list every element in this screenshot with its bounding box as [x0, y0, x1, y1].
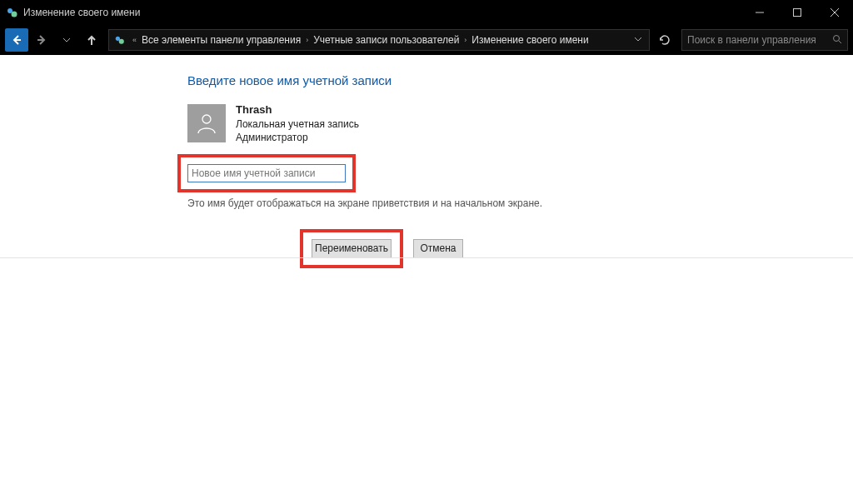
svg-point-13	[202, 115, 211, 123]
svg-line-12	[839, 41, 841, 43]
rename-button[interactable]: Переименовать	[312, 239, 392, 258]
breadcrumb-item[interactable]: Изменение своего имени	[471, 34, 588, 46]
annotation-highlight: Переименовать	[300, 229, 403, 268]
search-placeholder: Поиск в панели управления	[687, 34, 816, 46]
up-button[interactable]	[80, 28, 103, 52]
control-panel-icon	[5, 5, 20, 20]
forward-button[interactable]	[30, 28, 53, 52]
chevron-down-icon[interactable]	[631, 35, 646, 45]
chevron-right-icon: ›	[461, 36, 470, 44]
new-name-input[interactable]	[187, 164, 346, 182]
avatar	[187, 104, 226, 142]
user-info: Thrash Локальная учетная запись Админист…	[236, 102, 359, 144]
svg-point-11	[834, 35, 840, 41]
minimize-button[interactable]	[741, 0, 778, 25]
address-bar[interactable]: « Все элементы панели управления › Учетн…	[108, 29, 650, 51]
control-panel-icon	[112, 32, 127, 47]
search-box[interactable]: Поиск в панели управления	[681, 29, 848, 51]
window-title: Изменение своего имени	[23, 7, 741, 18]
chevron-left-icon[interactable]: «	[129, 36, 140, 44]
chevron-right-icon: ›	[302, 36, 312, 44]
search-icon	[832, 34, 842, 47]
svg-point-1	[12, 12, 17, 17]
divider	[0, 257, 853, 258]
cancel-button[interactable]: Отмена	[413, 239, 463, 258]
refresh-button[interactable]	[653, 29, 676, 51]
annotation-highlight	[177, 154, 356, 192]
user-role: Администратор	[236, 131, 359, 144]
account-type: Локальная учетная запись	[236, 117, 359, 131]
buttons-row: Переименовать Отмена	[300, 229, 853, 268]
back-button[interactable]	[5, 28, 28, 52]
recent-dropdown-button[interactable]	[55, 28, 78, 52]
helper-text: Это имя будет отображаться на экране при…	[187, 197, 853, 209]
breadcrumb-item[interactable]: Учетные записи пользователей	[313, 34, 459, 46]
page-heading: Введите новое имя учетной записи	[187, 73, 853, 87]
title-bar: Изменение своего имени	[0, 0, 853, 25]
svg-point-10	[119, 39, 124, 44]
svg-rect-3	[793, 9, 801, 17]
content-area: Введите новое имя учетной записи Thrash …	[0, 55, 853, 504]
user-name: Thrash	[236, 102, 359, 117]
user-summary: Thrash Локальная учетная запись Админист…	[187, 102, 853, 144]
navigation-bar: « Все элементы панели управления › Учетн…	[0, 25, 853, 55]
breadcrumb-item[interactable]: Все элементы панели управления	[142, 34, 301, 46]
close-button[interactable]	[816, 0, 853, 25]
maximize-button[interactable]	[778, 0, 816, 25]
